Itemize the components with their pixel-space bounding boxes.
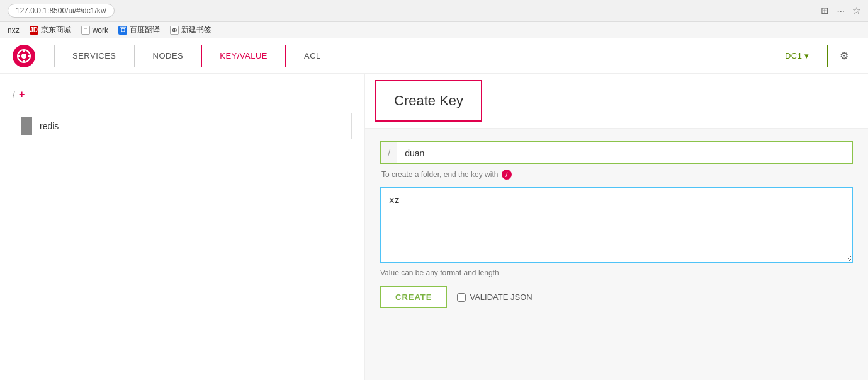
work-label: work [93, 26, 108, 35]
bookmark-nxz[interactable]: nxz [8, 26, 20, 35]
nxz-label: nxz [8, 26, 20, 35]
main-content: / + redis Create Key / To create a folde… [0, 74, 868, 380]
bookmark-new[interactable]: ⊕ 新建书签 [170, 25, 211, 35]
create-button[interactable]: CREATE [380, 286, 447, 308]
svg-point-4 [18, 55, 20, 57]
key-item-name: redis [40, 121, 59, 131]
url-bar[interactable]: 127.0.0.1:8500/ui/#/dc1/kv/ [8, 4, 115, 18]
folder-hint: To create a folder, end the key with / [380, 170, 853, 180]
browser-bar: 127.0.0.1:8500/ui/#/dc1/kv/ ⊞ ··· ☆ [0, 0, 868, 22]
validate-json-row: VALIDATE JSON [457, 292, 532, 302]
gear-icon: ⚙ [840, 50, 848, 62]
create-key-header: Create Key [365, 74, 868, 129]
logo [13, 45, 35, 67]
svg-point-3 [23, 60, 25, 62]
redis-key-item[interactable]: redis [13, 113, 352, 139]
value-textarea[interactable]: xz [380, 187, 853, 263]
consul-logo [13, 45, 35, 67]
work-icon: □ [81, 26, 90, 35]
dc-nav-btn[interactable]: DC1 ▾ [767, 45, 828, 67]
new-icon: ⊕ [170, 26, 179, 35]
form-area: / To create a folder, end the key with /… [365, 129, 868, 321]
acl-nav-btn[interactable]: ACL [286, 45, 339, 67]
bookmark-jd[interactable]: JD 京东商城 [30, 25, 71, 35]
navbar: SERVICES NODES KEY/VALUE ACL DC1 ▾ ⚙ [0, 38, 868, 74]
hint-text-before: To create a folder, end the key with [381, 170, 498, 179]
browser-icons: ⊞ ··· ☆ [821, 5, 860, 16]
star-icon[interactable]: ☆ [852, 5, 860, 16]
settings-button[interactable]: ⚙ [833, 45, 855, 67]
bookmarks-bar: nxz JD 京东商城 □ work 百 百度翻译 ⊕ 新建书签 [0, 22, 868, 38]
baidu-icon: 百 [118, 26, 127, 35]
jd-label: 京东商城 [41, 25, 71, 35]
breadcrumb-slash: / [13, 89, 15, 100]
keyvalue-nav-btn[interactable]: KEY/VALUE [201, 45, 286, 67]
form-actions: CREATE VALIDATE JSON [380, 286, 853, 308]
breadcrumb: / + [13, 86, 352, 103]
more-icon[interactable]: ··· [837, 5, 845, 16]
right-panel: Create Key / To create a folder, end the… [365, 74, 868, 380]
baidu-label: 百度翻译 [130, 25, 160, 35]
key-item-color-indicator [21, 117, 32, 135]
validate-json-label: VALIDATE JSON [470, 292, 532, 302]
new-label: 新建书签 [181, 25, 211, 35]
bookmark-work[interactable]: □ work [81, 26, 108, 35]
bookmark-baidu[interactable]: 百 百度翻译 [118, 25, 160, 35]
key-name-input[interactable] [397, 143, 852, 163]
svg-point-5 [28, 55, 30, 57]
create-key-title: Create Key [375, 80, 482, 122]
breadcrumb-add-btn[interactable]: + [19, 89, 25, 100]
hint-slash-icon: / [502, 170, 512, 180]
value-hint-text: Value can be any format and length [380, 268, 853, 277]
svg-point-1 [21, 54, 26, 59]
services-nav-btn[interactable]: SERVICES [54, 45, 135, 67]
key-input-row: / [380, 141, 853, 164]
grid-icon[interactable]: ⊞ [821, 5, 829, 16]
nodes-nav-btn[interactable]: NODES [135, 45, 202, 67]
svg-point-2 [23, 50, 25, 52]
key-slash-label: / [381, 142, 397, 163]
left-panel: / + redis [0, 74, 365, 380]
jd-icon: JD [30, 26, 38, 35]
validate-json-checkbox[interactable] [457, 293, 466, 302]
